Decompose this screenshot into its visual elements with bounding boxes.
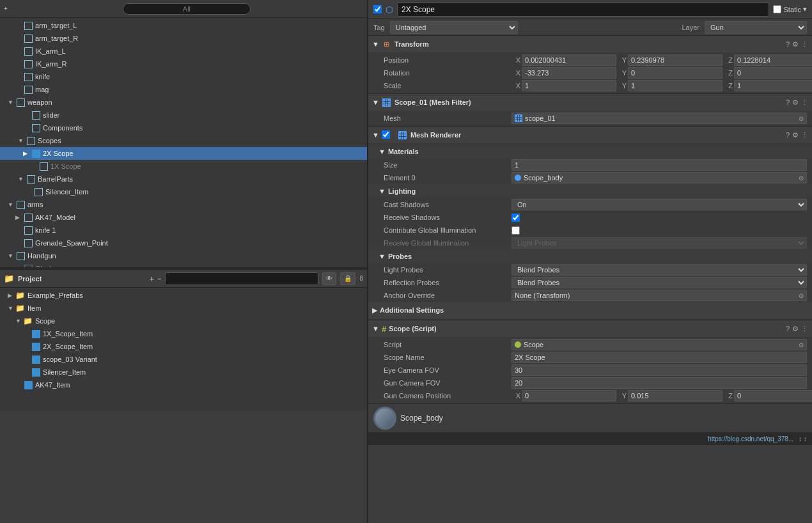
gun-fov-input[interactable] [511,377,807,389]
mesh-renderer-header[interactable]: ▼ Mesh Renderer ? ⚙ ⋮ [368,127,812,143]
size-input[interactable] [511,159,807,171]
mesh-ref: scope_01 ⊙ [511,113,807,124]
meshrenderer-settings-icon[interactable]: ⚙ [792,131,799,139]
probes-collapse-arrow: ▼ [379,253,386,260]
hierarchy-item-Scopes[interactable]: ▼ Scopes [0,134,367,147]
project-search-input[interactable] [165,272,318,285]
project-item-2X_Scope_Item[interactable]: 2X_Scope_Item [0,340,367,353]
contribute-gi-value [511,226,807,235]
hierarchy-search-input[interactable] [123,3,251,15]
project-item-AK47_Item[interactable]: AK47_Item [0,379,367,391]
gun-pos-y-input[interactable] [628,390,722,402]
anchor-override-pick-btn[interactable]: ⊙ [799,292,804,299]
hierarchy-item-BarrelParts[interactable]: ▼ BarrelParts [0,173,367,185]
tag-label: Tag [373,24,385,31]
hierarchy-item-AK47_Model[interactable]: ▶ AK47_Model [0,211,367,224]
element0-pick-btn[interactable]: ⊙ [799,175,804,182]
hierarchy-item-2X-Scope[interactable]: ▶ 2X Scope [0,147,367,160]
script-row: Script Scope ⊙ [368,338,812,351]
script-pick-btn[interactable]: ⊙ [799,341,804,348]
mesh-filter-header[interactable]: ▼ Scope_01 (Mesh Filter) ? ⚙ ⋮ [368,94,812,111]
hierarchy-item-weapon[interactable]: ▼ weapon [0,96,367,109]
project-item-1X_Scope_Item[interactable]: 1X_Scope_Item [0,327,367,340]
mesh-ref-pick-btn[interactable]: ⊙ [799,115,804,122]
meshfilter-menu-icon[interactable]: ⋮ [801,98,808,107]
hierarchy-item-mag[interactable]: mag [0,83,367,96]
position-z-input[interactable] [734,54,812,66]
transform-settings-icon[interactable]: ⚙ [792,40,799,49]
meshrenderer-enable-checkbox[interactable] [382,130,390,139]
hierarchy-item-IK_arm_L[interactable]: IK_arm_L [0,45,367,58]
eye-fov-input[interactable] [511,364,807,376]
obj-name-input[interactable] [397,3,769,17]
transform-help-icon[interactable]: ? [786,40,790,48]
project-item-Silencer_Item[interactable]: Silencer_Item [0,366,367,379]
scale-z-input[interactable] [734,80,812,91]
reflection-probes-select[interactable]: Blend Probes [511,277,807,288]
scale-y-input[interactable] [628,80,722,91]
hierarchy-item-arm_target_R[interactable]: arm_target_R [0,32,367,45]
hierarchy-item-Glock[interactable]: Glock [0,262,367,267]
scope-script-settings-icon[interactable]: ⚙ [792,325,799,333]
gun-pos-x-input[interactable] [522,390,616,402]
minus-button[interactable]: − [157,274,161,283]
hierarchy-item-arms[interactable]: ▼ arms [0,198,367,211]
receive-shadows-value [511,214,807,222]
scope-script-menu-icon[interactable]: ⋮ [801,325,808,333]
scope-name-input[interactable] [511,352,807,363]
position-y-input[interactable] [628,54,722,66]
script-value: Scope ⊙ [511,339,807,350]
meshfilter-settings-icon[interactable]: ⚙ [792,98,799,107]
hierarchy-item-IK_arm_R[interactable]: IK_arm_R [0,58,367,70]
static-checkbox[interactable] [773,5,781,13]
layer-select[interactable]: Gun [705,21,807,34]
project-lock-button[interactable]: 🔒 [340,272,355,285]
scope-script-header[interactable]: ▼ # Scope (Script) ? ⚙ ⋮ [368,320,812,337]
project-item-Scope[interactable]: ▼ 📁 Scope [0,315,367,327]
obj-active-checkbox[interactable] [373,5,382,13]
hierarchy-item-knife1[interactable]: knife 1 [0,224,367,237]
hierarchy-item-arm_target_L[interactable]: arm_target_L [0,19,367,32]
hierarchy-item-knife[interactable]: knife [0,70,367,83]
project-item-Item[interactable]: ▼ 📁 Item [0,302,367,315]
scope-script-body: Script Scope ⊙ Scope Name [368,337,812,403]
transform-header[interactable]: ▼ ⊞ Transform ? ⚙ ⋮ [368,36,812,52]
rot-y-label: Y [618,69,627,77]
hierarchy-item-Handgun[interactable]: ▼ Handgun [0,249,367,262]
plus-button[interactable]: + [149,274,154,284]
hierarchy-item-Silencer_Item[interactable]: Silencer_Item [0,185,367,198]
rotation-y-input[interactable] [628,67,722,79]
hierarchy-item-1X-Scope[interactable]: 1X Scope [0,160,367,173]
cast-shadows-select[interactable]: On [511,199,807,210]
hierarchy-item-slider[interactable]: slider [0,109,367,121]
transform-menu-icon[interactable]: ⋮ [801,40,808,49]
project-eye-button[interactable]: 👁 [322,272,336,285]
status-link[interactable]: https://blog.csdn.net/qq_378... [708,435,793,442]
hierarchy-item-Grenade_Spawn_Point[interactable]: Grenade_Spawn_Point [0,237,367,249]
contribute-gi-checkbox[interactable] [511,226,520,235]
project-item-scope_03_Variant[interactable]: scope_03 Variant [0,353,367,366]
rotation-x-input[interactable] [522,67,616,79]
meshrenderer-menu-icon[interactable]: ⋮ [801,131,808,139]
receive-gi-select[interactable]: Light Probes [511,237,807,249]
position-x-input[interactable] [522,54,616,66]
hierarchy-item-Components[interactable]: Components [0,121,367,134]
meshrenderer-icon [398,130,408,140]
eye-fov-value [511,364,807,376]
scope-script-help-icon[interactable]: ? [786,325,790,332]
hierarchy-top-bar: + [0,0,367,18]
light-probes-select[interactable]: Blend Probes [511,264,807,276]
gun-pos-z-input[interactable] [734,390,812,402]
rotation-z-input[interactable] [734,67,812,79]
receive-shadows-checkbox[interactable] [511,214,520,222]
additional-settings-header[interactable]: ▶ Additional Settings [368,302,812,318]
meshrenderer-help-icon[interactable]: ? [786,131,790,139]
scale-x-input[interactable] [522,80,616,91]
eye-fov-label: Eye Camera FOV [384,366,511,374]
meshfilter-help-icon[interactable]: ? [786,98,790,106]
hierarchy-add-icon[interactable]: + [4,5,8,12]
tag-select[interactable]: Untagged [390,21,518,34]
static-dropdown-arrow[interactable]: ▾ [803,5,807,13]
scope-body-label: Scope_body [400,414,443,423]
project-item-Example_Prefabs[interactable]: ▶ 📁 Example_Prefabs [0,289,367,302]
